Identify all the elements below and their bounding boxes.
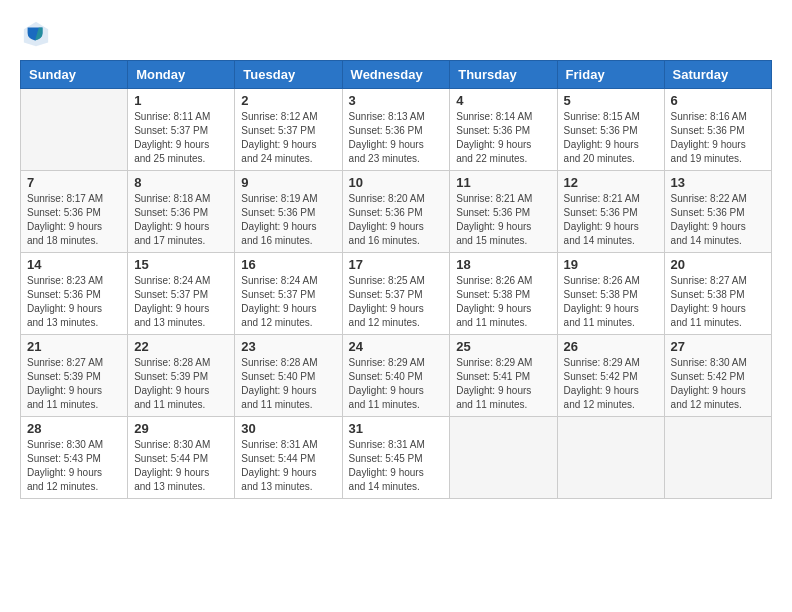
day-info: Sunrise: 8:16 AM Sunset: 5:36 PM Dayligh… xyxy=(671,110,765,166)
week-row-0: 1Sunrise: 8:11 AM Sunset: 5:37 PM Daylig… xyxy=(21,89,772,171)
week-row-4: 28Sunrise: 8:30 AM Sunset: 5:43 PM Dayli… xyxy=(21,417,772,499)
weekday-header-monday: Monday xyxy=(128,61,235,89)
day-number: 14 xyxy=(27,257,121,272)
calendar-cell: 3Sunrise: 8:13 AM Sunset: 5:36 PM Daylig… xyxy=(342,89,450,171)
day-info: Sunrise: 8:30 AM Sunset: 5:42 PM Dayligh… xyxy=(671,356,765,412)
calendar-cell: 24Sunrise: 8:29 AM Sunset: 5:40 PM Dayli… xyxy=(342,335,450,417)
day-info: Sunrise: 8:25 AM Sunset: 5:37 PM Dayligh… xyxy=(349,274,444,330)
day-number: 19 xyxy=(564,257,658,272)
page: SundayMondayTuesdayWednesdayThursdayFrid… xyxy=(0,0,792,612)
week-row-1: 7Sunrise: 8:17 AM Sunset: 5:36 PM Daylig… xyxy=(21,171,772,253)
day-info: Sunrise: 8:21 AM Sunset: 5:36 PM Dayligh… xyxy=(564,192,658,248)
day-number: 9 xyxy=(241,175,335,190)
day-info: Sunrise: 8:18 AM Sunset: 5:36 PM Dayligh… xyxy=(134,192,228,248)
day-info: Sunrise: 8:21 AM Sunset: 5:36 PM Dayligh… xyxy=(456,192,550,248)
calendar-cell xyxy=(21,89,128,171)
day-info: Sunrise: 8:15 AM Sunset: 5:36 PM Dayligh… xyxy=(564,110,658,166)
calendar-cell: 4Sunrise: 8:14 AM Sunset: 5:36 PM Daylig… xyxy=(450,89,557,171)
calendar-cell: 11Sunrise: 8:21 AM Sunset: 5:36 PM Dayli… xyxy=(450,171,557,253)
logo xyxy=(20,20,50,48)
calendar-cell: 28Sunrise: 8:30 AM Sunset: 5:43 PM Dayli… xyxy=(21,417,128,499)
day-number: 26 xyxy=(564,339,658,354)
day-number: 6 xyxy=(671,93,765,108)
day-info: Sunrise: 8:29 AM Sunset: 5:40 PM Dayligh… xyxy=(349,356,444,412)
day-number: 8 xyxy=(134,175,228,190)
day-info: Sunrise: 8:20 AM Sunset: 5:36 PM Dayligh… xyxy=(349,192,444,248)
day-info: Sunrise: 8:31 AM Sunset: 5:44 PM Dayligh… xyxy=(241,438,335,494)
day-number: 30 xyxy=(241,421,335,436)
day-number: 11 xyxy=(456,175,550,190)
day-info: Sunrise: 8:12 AM Sunset: 5:37 PM Dayligh… xyxy=(241,110,335,166)
calendar-cell xyxy=(664,417,771,499)
week-row-3: 21Sunrise: 8:27 AM Sunset: 5:39 PM Dayli… xyxy=(21,335,772,417)
day-number: 23 xyxy=(241,339,335,354)
weekday-header-friday: Friday xyxy=(557,61,664,89)
day-number: 2 xyxy=(241,93,335,108)
day-info: Sunrise: 8:26 AM Sunset: 5:38 PM Dayligh… xyxy=(564,274,658,330)
calendar-cell: 7Sunrise: 8:17 AM Sunset: 5:36 PM Daylig… xyxy=(21,171,128,253)
header xyxy=(20,20,772,48)
day-number: 27 xyxy=(671,339,765,354)
day-number: 20 xyxy=(671,257,765,272)
day-number: 31 xyxy=(349,421,444,436)
calendar-cell: 17Sunrise: 8:25 AM Sunset: 5:37 PM Dayli… xyxy=(342,253,450,335)
calendar-cell: 22Sunrise: 8:28 AM Sunset: 5:39 PM Dayli… xyxy=(128,335,235,417)
day-number: 12 xyxy=(564,175,658,190)
day-info: Sunrise: 8:27 AM Sunset: 5:39 PM Dayligh… xyxy=(27,356,121,412)
calendar-cell: 27Sunrise: 8:30 AM Sunset: 5:42 PM Dayli… xyxy=(664,335,771,417)
calendar-cell: 6Sunrise: 8:16 AM Sunset: 5:36 PM Daylig… xyxy=(664,89,771,171)
calendar-cell: 29Sunrise: 8:30 AM Sunset: 5:44 PM Dayli… xyxy=(128,417,235,499)
weekday-header-tuesday: Tuesday xyxy=(235,61,342,89)
day-info: Sunrise: 8:29 AM Sunset: 5:41 PM Dayligh… xyxy=(456,356,550,412)
day-info: Sunrise: 8:22 AM Sunset: 5:36 PM Dayligh… xyxy=(671,192,765,248)
day-number: 17 xyxy=(349,257,444,272)
calendar-cell: 2Sunrise: 8:12 AM Sunset: 5:37 PM Daylig… xyxy=(235,89,342,171)
calendar-cell xyxy=(450,417,557,499)
day-info: Sunrise: 8:29 AM Sunset: 5:42 PM Dayligh… xyxy=(564,356,658,412)
day-info: Sunrise: 8:24 AM Sunset: 5:37 PM Dayligh… xyxy=(241,274,335,330)
weekday-header-saturday: Saturday xyxy=(664,61,771,89)
calendar-cell: 9Sunrise: 8:19 AM Sunset: 5:36 PM Daylig… xyxy=(235,171,342,253)
day-number: 22 xyxy=(134,339,228,354)
day-number: 1 xyxy=(134,93,228,108)
weekday-header-wednesday: Wednesday xyxy=(342,61,450,89)
calendar-cell: 8Sunrise: 8:18 AM Sunset: 5:36 PM Daylig… xyxy=(128,171,235,253)
week-row-2: 14Sunrise: 8:23 AM Sunset: 5:36 PM Dayli… xyxy=(21,253,772,335)
calendar-cell: 14Sunrise: 8:23 AM Sunset: 5:36 PM Dayli… xyxy=(21,253,128,335)
day-number: 18 xyxy=(456,257,550,272)
calendar-cell: 18Sunrise: 8:26 AM Sunset: 5:38 PM Dayli… xyxy=(450,253,557,335)
day-number: 21 xyxy=(27,339,121,354)
day-info: Sunrise: 8:23 AM Sunset: 5:36 PM Dayligh… xyxy=(27,274,121,330)
day-info: Sunrise: 8:31 AM Sunset: 5:45 PM Dayligh… xyxy=(349,438,444,494)
day-info: Sunrise: 8:28 AM Sunset: 5:40 PM Dayligh… xyxy=(241,356,335,412)
calendar-cell: 31Sunrise: 8:31 AM Sunset: 5:45 PM Dayli… xyxy=(342,417,450,499)
day-number: 24 xyxy=(349,339,444,354)
calendar-cell: 21Sunrise: 8:27 AM Sunset: 5:39 PM Dayli… xyxy=(21,335,128,417)
day-info: Sunrise: 8:24 AM Sunset: 5:37 PM Dayligh… xyxy=(134,274,228,330)
day-info: Sunrise: 8:27 AM Sunset: 5:38 PM Dayligh… xyxy=(671,274,765,330)
weekday-header-row: SundayMondayTuesdayWednesdayThursdayFrid… xyxy=(21,61,772,89)
day-number: 7 xyxy=(27,175,121,190)
calendar-cell xyxy=(557,417,664,499)
day-info: Sunrise: 8:19 AM Sunset: 5:36 PM Dayligh… xyxy=(241,192,335,248)
calendar-cell: 13Sunrise: 8:22 AM Sunset: 5:36 PM Dayli… xyxy=(664,171,771,253)
calendar-cell: 12Sunrise: 8:21 AM Sunset: 5:36 PM Dayli… xyxy=(557,171,664,253)
calendar-cell: 25Sunrise: 8:29 AM Sunset: 5:41 PM Dayli… xyxy=(450,335,557,417)
weekday-header-thursday: Thursday xyxy=(450,61,557,89)
calendar-cell: 15Sunrise: 8:24 AM Sunset: 5:37 PM Dayli… xyxy=(128,253,235,335)
calendar-cell: 5Sunrise: 8:15 AM Sunset: 5:36 PM Daylig… xyxy=(557,89,664,171)
day-info: Sunrise: 8:26 AM Sunset: 5:38 PM Dayligh… xyxy=(456,274,550,330)
day-info: Sunrise: 8:28 AM Sunset: 5:39 PM Dayligh… xyxy=(134,356,228,412)
day-info: Sunrise: 8:30 AM Sunset: 5:44 PM Dayligh… xyxy=(134,438,228,494)
day-number: 3 xyxy=(349,93,444,108)
calendar-cell: 1Sunrise: 8:11 AM Sunset: 5:37 PM Daylig… xyxy=(128,89,235,171)
day-number: 10 xyxy=(349,175,444,190)
calendar-cell: 19Sunrise: 8:26 AM Sunset: 5:38 PM Dayli… xyxy=(557,253,664,335)
day-number: 16 xyxy=(241,257,335,272)
calendar-table: SundayMondayTuesdayWednesdayThursdayFrid… xyxy=(20,60,772,499)
day-number: 15 xyxy=(134,257,228,272)
day-info: Sunrise: 8:13 AM Sunset: 5:36 PM Dayligh… xyxy=(349,110,444,166)
day-number: 13 xyxy=(671,175,765,190)
day-number: 4 xyxy=(456,93,550,108)
logo-icon xyxy=(22,20,50,48)
